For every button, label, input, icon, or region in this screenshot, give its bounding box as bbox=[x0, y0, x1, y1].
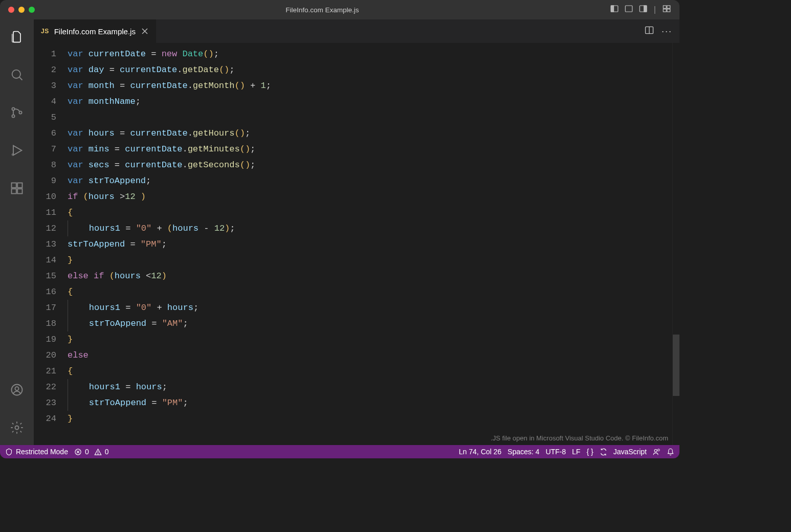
status-cursor-position[interactable]: Ln 74, Col 26 bbox=[459, 448, 501, 456]
line-number: 4 bbox=[34, 94, 56, 109]
code-line[interactable]: hours1 = "0" + hours; bbox=[68, 300, 679, 316]
code-line[interactable]: var monthName; bbox=[68, 94, 679, 109]
line-number: 15 bbox=[34, 268, 56, 284]
code-line[interactable]: var hours = currentDate.getHours(); bbox=[68, 125, 679, 141]
minimap-slider[interactable] bbox=[673, 335, 679, 396]
status-sync-icon[interactable] bbox=[600, 448, 607, 456]
line-number: 21 bbox=[34, 363, 56, 379]
code-content[interactable]: var currentDate = new Date();var day = c… bbox=[68, 46, 679, 445]
svg-point-22 bbox=[15, 387, 19, 390]
error-icon bbox=[74, 448, 82, 456]
line-number: 1 bbox=[34, 46, 56, 62]
svg-point-23 bbox=[15, 426, 19, 430]
code-line[interactable]: var mins = currentDate.getMinutes(); bbox=[68, 141, 679, 157]
activitybar-source-control[interactable] bbox=[5, 100, 29, 125]
minimap[interactable] bbox=[672, 43, 679, 445]
code-line[interactable] bbox=[68, 109, 679, 125]
line-number: 22 bbox=[34, 379, 56, 395]
customize-layout-icon[interactable] bbox=[662, 4, 671, 15]
status-language-label: JavaScript bbox=[613, 448, 647, 456]
titlebar-layout-controls: | bbox=[610, 4, 671, 15]
status-eol[interactable]: LF bbox=[572, 448, 580, 456]
svg-rect-1 bbox=[611, 6, 613, 12]
status-restricted-mode[interactable]: Restricted Mode bbox=[5, 448, 68, 456]
js-file-icon: JS bbox=[41, 28, 49, 35]
editor-more-actions-icon[interactable]: ··· bbox=[662, 26, 672, 37]
line-number: 13 bbox=[34, 236, 56, 252]
code-editor[interactable]: 123456789101112131415161718192021222324 … bbox=[34, 43, 679, 445]
code-line[interactable]: var strToAppend; bbox=[68, 173, 679, 189]
code-line[interactable]: if (hours >12 ) bbox=[68, 189, 679, 205]
window-maximize-button[interactable] bbox=[29, 7, 35, 13]
status-restricted-label: Restricted Mode bbox=[16, 448, 68, 456]
status-feedback-icon[interactable] bbox=[653, 448, 661, 456]
line-number: 12 bbox=[34, 220, 56, 236]
activitybar-explorer[interactable] bbox=[5, 25, 29, 49]
toggle-primary-sidebar-icon[interactable] bbox=[610, 4, 619, 15]
code-line[interactable]: strToAppend = "PM"; bbox=[68, 236, 679, 252]
svg-point-13 bbox=[12, 115, 14, 117]
editor-tabs: JS FileInfo.com Example.js ··· bbox=[34, 19, 679, 43]
status-indentation[interactable]: Spaces: 4 bbox=[508, 448, 539, 456]
activitybar-search[interactable] bbox=[5, 62, 29, 87]
code-line[interactable]: } bbox=[68, 252, 679, 268]
activitybar-run-debug[interactable] bbox=[5, 138, 29, 163]
line-number: 7 bbox=[34, 141, 56, 157]
activitybar-settings[interactable] bbox=[5, 415, 29, 440]
status-encoding[interactable]: UTF-8 bbox=[545, 448, 566, 456]
activity-bar bbox=[0, 19, 34, 445]
code-line[interactable]: var month = currentDate.getMonth() + 1; bbox=[68, 78, 679, 94]
line-number: 8 bbox=[34, 157, 56, 173]
code-line[interactable]: else if (hours <12) bbox=[68, 268, 679, 284]
svg-rect-17 bbox=[12, 183, 16, 188]
toggle-panel-icon[interactable] bbox=[624, 4, 633, 15]
svg-point-10 bbox=[12, 70, 20, 78]
status-eol-label: LF bbox=[572, 448, 580, 456]
code-line[interactable]: else bbox=[68, 347, 679, 363]
code-line[interactable]: { bbox=[68, 205, 679, 220]
code-line[interactable]: strToAppend = "AM"; bbox=[68, 316, 679, 331]
editor-tab[interactable]: JS FileInfo.com Example.js bbox=[34, 19, 157, 43]
line-number: 9 bbox=[34, 173, 56, 189]
status-errors-count: 0 bbox=[85, 448, 89, 456]
activitybar-extensions[interactable] bbox=[5, 176, 29, 201]
line-number: 2 bbox=[34, 62, 56, 78]
code-line[interactable]: } bbox=[68, 331, 679, 347]
tab-filename: FileInfo.com Example.js bbox=[54, 27, 136, 36]
status-cursor-label: Ln 74, Col 26 bbox=[459, 448, 501, 456]
line-number: 23 bbox=[34, 395, 56, 411]
code-line[interactable]: hours1 = hours; bbox=[68, 379, 679, 395]
line-number: 5 bbox=[34, 109, 56, 125]
svg-point-33 bbox=[654, 449, 657, 452]
status-language-mode[interactable]: JavaScript bbox=[613, 448, 647, 456]
svg-point-32 bbox=[98, 453, 98, 454]
svg-line-11 bbox=[19, 77, 23, 80]
status-notifications-icon[interactable] bbox=[667, 448, 674, 456]
code-line[interactable]: { bbox=[68, 363, 679, 379]
svg-rect-5 bbox=[644, 6, 646, 12]
status-bar: Restricted Mode 0 0 Ln 74, Col 26 Spaces… bbox=[0, 445, 679, 458]
code-line[interactable]: var day = currentDate.getDate(); bbox=[68, 62, 679, 78]
code-line[interactable]: hours1 = "0" + (hours - 12); bbox=[68, 220, 679, 236]
line-number: 3 bbox=[34, 78, 56, 94]
code-line[interactable]: { bbox=[68, 284, 679, 300]
status-warnings-count: 0 bbox=[105, 448, 109, 456]
window-close-button[interactable] bbox=[8, 7, 14, 13]
status-braces-icon[interactable]: { } bbox=[586, 448, 593, 456]
traffic-lights bbox=[8, 7, 35, 13]
window-title: FileInfo.com Example.js bbox=[35, 6, 610, 14]
activitybar-accounts[interactable] bbox=[5, 378, 29, 402]
code-line[interactable]: } bbox=[68, 411, 679, 427]
split-editor-icon[interactable] bbox=[644, 25, 654, 37]
code-line[interactable]: strToAppend = "PM"; bbox=[68, 395, 679, 411]
line-number-gutter: 123456789101112131415161718192021222324 bbox=[34, 46, 68, 445]
line-number: 11 bbox=[34, 205, 56, 220]
tab-close-icon[interactable] bbox=[141, 27, 149, 35]
svg-rect-19 bbox=[17, 189, 22, 193]
code-line[interactable]: var currentDate = new Date(); bbox=[68, 46, 679, 62]
toggle-secondary-sidebar-icon[interactable] bbox=[639, 4, 648, 15]
line-number: 24 bbox=[34, 411, 56, 427]
status-problems[interactable]: 0 0 bbox=[74, 448, 109, 456]
window-minimize-button[interactable] bbox=[18, 7, 25, 13]
code-line[interactable]: var secs = currentDate.getSeconds(); bbox=[68, 157, 679, 173]
